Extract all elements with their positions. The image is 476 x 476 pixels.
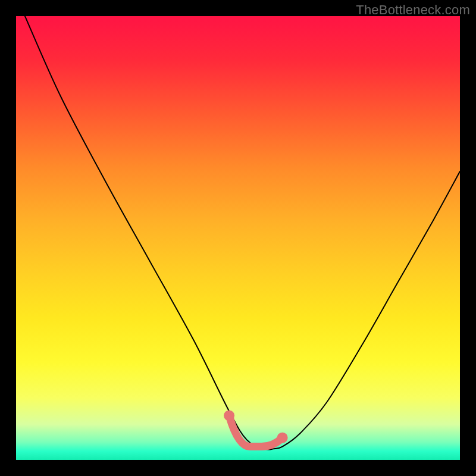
plot-area	[16, 16, 460, 460]
chart-frame: TheBottleneck.com	[0, 0, 476, 476]
curve-line	[25, 16, 460, 450]
optimal-range-end-dot	[277, 433, 288, 443]
optimal-range-start-dot	[224, 410, 234, 421]
optimal-range-highlight	[229, 415, 283, 446]
bottleneck-curve	[16, 16, 460, 460]
